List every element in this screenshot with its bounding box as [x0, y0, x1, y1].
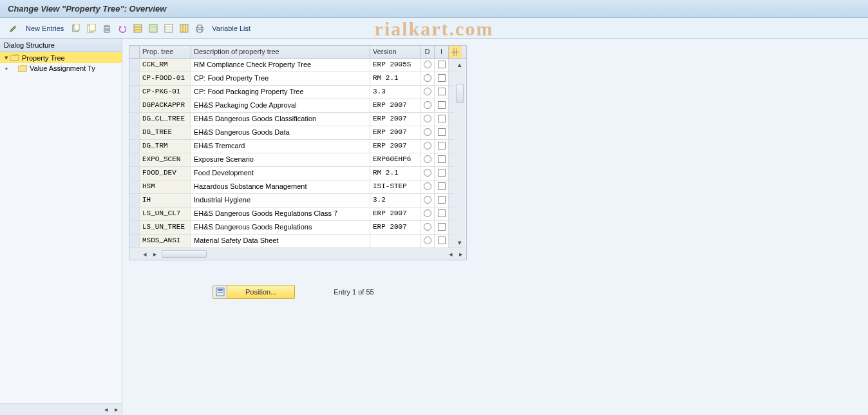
cell-d-radio[interactable] [420, 86, 435, 99]
col-i[interactable]: I [435, 46, 449, 58]
table-row[interactable]: DGPACKAPPREH&S Packaging Code ApprovalER… [129, 99, 466, 113]
cell-i-checkbox[interactable] [435, 167, 449, 180]
cell-i-checkbox[interactable] [435, 113, 449, 126]
hscroll-thumb[interactable] [162, 250, 207, 258]
cell-version[interactable]: ERP 2005S [370, 59, 420, 72]
cell-description[interactable]: EH&S Packaging Code Approval [191, 99, 370, 112]
undo-icon[interactable] [117, 23, 128, 34]
copy-icon[interactable] [86, 23, 97, 34]
cell-i-checkbox[interactable] [435, 59, 449, 72]
cell-description[interactable]: RM Compliance Check Property Tree [191, 59, 370, 72]
position-button[interactable]: Position... [212, 285, 295, 299]
cell-prop-tree[interactable]: CCK_RM [140, 59, 191, 72]
cell-description[interactable]: EH&S Dangerous Goods Data [191, 126, 370, 139]
table-row[interactable]: CP-FOOD-01CP: Food Property TreeRM 2.1 [129, 72, 466, 86]
cell-prop-tree[interactable]: DG_CL_TREE [140, 113, 191, 126]
table-row[interactable]: HSMHazardous Substance ManagementISI-STE… [129, 180, 466, 194]
row-selector[interactable] [129, 59, 140, 72]
cell-description[interactable]: Food Development [191, 167, 370, 180]
cell-description[interactable]: Exposure Scenario [191, 153, 370, 166]
cell-i-checkbox[interactable] [435, 208, 449, 220]
table-config-icon[interactable] [449, 46, 462, 58]
cell-version[interactable]: 3.2 [370, 194, 420, 207]
cell-description[interactable]: EH&S Tremcard [191, 140, 370, 153]
table-row[interactable]: LS_UN_TREEEH&S Dangerous Goods Regulatio… [129, 221, 466, 235]
cell-d-radio[interactable] [420, 167, 435, 180]
cell-description[interactable]: Hazardous Substance Management [191, 180, 370, 193]
table-row[interactable]: EXPO_SCENExposure ScenarioERP60EHP6 [129, 153, 466, 167]
select-block-icon[interactable] [147, 23, 159, 34]
cell-i-checkbox[interactable] [435, 140, 449, 153]
row-selector[interactable] [129, 167, 140, 180]
row-selector[interactable] [129, 113, 140, 126]
cell-i-checkbox[interactable] [435, 86, 449, 99]
cell-d-radio[interactable] [420, 113, 435, 126]
col-description[interactable]: Description of property tree [191, 46, 370, 58]
cell-version[interactable]: ISI-STEP [370, 180, 420, 193]
cell-prop-tree[interactable]: DG_TRM [140, 140, 191, 153]
cell-description[interactable]: CP: Food Property Tree [191, 72, 370, 85]
change-icon[interactable] [8, 23, 19, 34]
scroll-right-icon[interactable]: ▸ [111, 405, 122, 415]
cell-version[interactable]: ERP 2007 [370, 126, 420, 139]
hscroll-left-icon[interactable]: ◂ [140, 249, 150, 259]
cell-d-radio[interactable] [420, 194, 435, 207]
col-prop-tree[interactable]: Prop. tree [140, 46, 191, 58]
cell-description[interactable]: EH&S Dangerous Goods Regulations Class 7 [191, 208, 370, 220]
row-selector[interactable] [129, 153, 140, 166]
table-row[interactable]: DG_TREEEH&S Dangerous Goods DataERP 2007 [129, 126, 466, 140]
delete-icon[interactable] [101, 23, 113, 34]
table-row[interactable]: MSDS_ANSIMaterial Safety Data Sheet [129, 235, 466, 248]
table-row[interactable]: LS_UN_CL7EH&S Dangerous Goods Regulation… [129, 208, 466, 221]
cell-description[interactable]: EH&S Dangerous Goods Regulations [191, 221, 370, 234]
vscroll-down-icon[interactable]: ▾ [455, 237, 465, 247]
col-d[interactable]: D [420, 46, 435, 58]
row-selector[interactable] [129, 180, 140, 193]
cell-d-radio[interactable] [420, 208, 435, 220]
cell-prop-tree[interactable]: DG_TREE [140, 126, 191, 139]
cell-i-checkbox[interactable] [435, 194, 449, 207]
vscroll-up-icon[interactable]: ▴ [455, 59, 465, 70]
cell-prop-tree[interactable]: LS_UN_TREE [140, 221, 191, 234]
cell-description[interactable]: Material Safety Data Sheet [191, 235, 370, 247]
cell-version[interactable]: ERP 2007 [370, 208, 420, 220]
row-selector[interactable] [129, 208, 140, 220]
row-selector[interactable] [129, 72, 140, 85]
cell-prop-tree[interactable]: MSDS_ANSI [140, 235, 191, 247]
row-selector[interactable] [129, 221, 140, 234]
cell-description[interactable]: CP: Food Packaging Property Tree [191, 86, 370, 99]
cell-version[interactable]: ERP 2007 [370, 99, 420, 112]
cell-i-checkbox[interactable] [435, 180, 449, 193]
hscroll-left2-icon[interactable]: ◂ [446, 249, 456, 259]
cell-d-radio[interactable] [420, 59, 435, 72]
cell-version[interactable]: 3.3 [370, 86, 420, 99]
table-settings-icon[interactable] [178, 23, 190, 34]
cell-prop-tree[interactable]: FOOD_DEV [140, 167, 191, 180]
cell-d-radio[interactable] [420, 180, 435, 193]
cell-prop-tree[interactable]: CP-PKG-01 [140, 86, 191, 99]
cell-prop-tree[interactable]: IH [140, 194, 191, 207]
cell-version[interactable]: ERP 2007 [370, 113, 420, 126]
scroll-left-icon[interactable]: ◂ [101, 405, 111, 415]
cell-description[interactable]: Industrial Hygiene [191, 194, 370, 207]
hscroll-right-icon[interactable]: ▸ [150, 249, 160, 259]
cell-prop-tree[interactable]: EXPO_SCEN [140, 153, 191, 166]
cell-version[interactable]: RM 2.1 [370, 167, 420, 180]
variable-list-button[interactable]: Variable List [209, 24, 253, 32]
table-row[interactable]: FOOD_DEVFood DevelopmentRM 2.1 [129, 167, 466, 180]
cell-d-radio[interactable] [420, 235, 435, 247]
cell-i-checkbox[interactable] [435, 221, 449, 234]
cell-d-radio[interactable] [420, 126, 435, 139]
cell-d-radio[interactable] [420, 72, 435, 85]
tree-node-value-assignment[interactable]: • Value Assignment Ty [0, 63, 122, 73]
select-all-icon[interactable] [132, 23, 144, 34]
row-selector[interactable] [129, 235, 140, 247]
expand-icon[interactable]: ▾ [3, 53, 10, 62]
new-entries-button[interactable]: New Entries [23, 24, 66, 32]
row-selector[interactable] [129, 126, 140, 139]
cell-version[interactable] [370, 235, 420, 247]
row-selector[interactable] [129, 194, 140, 207]
cell-prop-tree[interactable]: HSM [140, 180, 191, 193]
cell-version[interactable]: ERP 2007 [370, 140, 420, 153]
table-row[interactable]: IHIndustrial Hygiene3.2 [129, 194, 466, 208]
